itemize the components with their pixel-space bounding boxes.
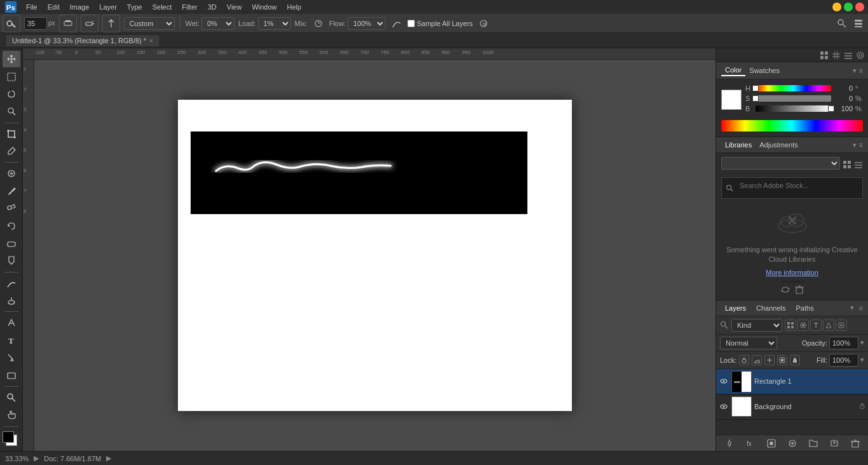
extra-settings-icon[interactable]: ⚙ bbox=[477, 17, 491, 30]
healing-brush-tool[interactable] bbox=[3, 165, 20, 182]
hue-slider-thumb[interactable] bbox=[752, 85, 759, 91]
brush-settings-icon[interactable] bbox=[59, 15, 77, 32]
path-select-tool[interactable] bbox=[3, 349, 20, 366]
filter-pixel-icon[interactable] bbox=[785, 320, 796, 331]
menu-3d[interactable]: 3D bbox=[203, 2, 221, 12]
brush-size-input[interactable]: 35 bbox=[24, 17, 47, 30]
filter-smartobject-icon[interactable] bbox=[836, 320, 847, 331]
sat-slider-thumb[interactable] bbox=[752, 95, 759, 102]
tab-close-button[interactable]: × bbox=[149, 37, 153, 44]
filter-adjust-icon[interactable] bbox=[797, 320, 809, 331]
libraries-dropdown[interactable] bbox=[721, 157, 840, 170]
panel-list-icon[interactable] bbox=[843, 50, 853, 60]
opacity-arrow[interactable]: ▾ bbox=[860, 339, 864, 347]
fill-arrow[interactable]: ▾ bbox=[860, 356, 864, 364]
lock-transparency-icon[interactable] bbox=[739, 355, 749, 365]
color-spectrum-bar[interactable] bbox=[721, 120, 863, 131]
sample-all-checkbox[interactable] bbox=[407, 20, 415, 27]
hand-tool[interactable] bbox=[3, 407, 20, 423]
clone-stamp-tool[interactable] bbox=[3, 200, 20, 217]
search-icon[interactable] bbox=[835, 17, 849, 30]
flow-cycle-icon[interactable] bbox=[311, 17, 325, 30]
fill-tool[interactable] bbox=[3, 252, 20, 269]
lib-grid-icon[interactable] bbox=[843, 160, 851, 170]
panel-settings-icon[interactable] bbox=[855, 50, 865, 60]
lock-all-icon[interactable] bbox=[790, 355, 800, 365]
eyedropper-tool[interactable] bbox=[3, 143, 20, 159]
lock-image-icon[interactable] bbox=[752, 355, 762, 365]
adjustments-tab[interactable]: Adjustments bbox=[756, 140, 802, 150]
panel-arrange-icon[interactable] bbox=[819, 50, 829, 60]
new-adjustment-button[interactable] bbox=[786, 437, 799, 450]
history-brush-tool[interactable] bbox=[3, 217, 20, 234]
hue-slider-track[interactable] bbox=[756, 85, 831, 91]
quick-select-tool[interactable] bbox=[3, 103, 20, 119]
menu-file[interactable]: File bbox=[22, 2, 42, 12]
color-swatch-area[interactable] bbox=[3, 431, 20, 448]
layer-item[interactable]: Rectangle 1 bbox=[716, 369, 868, 394]
zoom-menu-arrow[interactable]: ▶ bbox=[34, 454, 39, 462]
bri-slider-track[interactable] bbox=[756, 105, 831, 112]
move-tool[interactable] bbox=[3, 51, 20, 67]
new-group-button[interactable] bbox=[807, 437, 820, 450]
filter-text-icon[interactable]: T bbox=[810, 320, 822, 331]
layers-tab[interactable]: Layers bbox=[721, 303, 750, 313]
lock-artboard-icon[interactable] bbox=[777, 355, 787, 365]
minimize-button[interactable] bbox=[832, 3, 841, 11]
menu-layer[interactable]: Layer bbox=[95, 2, 121, 12]
zoom-tool[interactable] bbox=[3, 389, 20, 406]
blend-mode-select[interactable]: Normal bbox=[720, 337, 777, 349]
load-select[interactable]: 1% bbox=[258, 17, 291, 30]
libraries-search-input[interactable] bbox=[736, 180, 858, 191]
lib-more-info-link[interactable]: More information bbox=[766, 269, 818, 276]
crop-tool[interactable] bbox=[3, 126, 20, 142]
lib-delete-icon[interactable] bbox=[794, 285, 804, 296]
layers-panel-collapse[interactable]: ▾ bbox=[850, 304, 854, 312]
channels-tab[interactable]: Channels bbox=[752, 303, 789, 313]
document-tab[interactable]: Untitled-1 @ 33.3% (Rectangle 1, RGB/8) … bbox=[5, 34, 160, 46]
eraser-tool[interactable] bbox=[3, 235, 20, 252]
lib-list-icon[interactable] bbox=[854, 160, 863, 170]
shape-tool[interactable] bbox=[3, 367, 20, 383]
text-tool[interactable]: T bbox=[3, 332, 20, 349]
lasso-tool[interactable] bbox=[3, 86, 20, 102]
wet-select[interactable]: 0% bbox=[201, 17, 234, 30]
workspace-icon[interactable] bbox=[851, 17, 865, 30]
flow-select[interactable]: 100% bbox=[348, 17, 386, 30]
new-layer-button[interactable] bbox=[828, 437, 841, 450]
symmetry-icon[interactable] bbox=[102, 15, 120, 32]
menu-view[interactable]: View bbox=[222, 2, 247, 12]
airbrush-icon[interactable] bbox=[81, 15, 98, 32]
menu-filter[interactable]: Filter bbox=[177, 2, 201, 12]
link-layers-button[interactable] bbox=[723, 437, 736, 450]
layer-filter-select[interactable]: Kind bbox=[731, 319, 782, 332]
layer-visibility-toggle[interactable] bbox=[719, 376, 729, 386]
status-menu-arrow[interactable]: ▶ bbox=[106, 454, 111, 462]
smoothing-icon[interactable] bbox=[390, 17, 403, 30]
menu-window[interactable]: Window bbox=[247, 2, 281, 12]
color-tab[interactable]: Color bbox=[721, 65, 745, 76]
pen-tool[interactable] bbox=[3, 314, 20, 331]
opacity-input[interactable]: 100% bbox=[829, 337, 858, 349]
lib-panel-menu[interactable]: ≡ bbox=[859, 141, 863, 149]
brush-preset-select[interactable]: Custom bbox=[124, 17, 175, 30]
blur-tool[interactable] bbox=[3, 275, 20, 292]
delete-layer-button[interactable] bbox=[849, 437, 862, 450]
color-panel-collapse[interactable]: ▾ bbox=[853, 67, 857, 75]
menu-edit[interactable]: Edit bbox=[43, 2, 64, 12]
maximize-button[interactable] bbox=[844, 3, 853, 11]
brush-tool-icon[interactable] bbox=[3, 15, 20, 32]
lib-panel-collapse[interactable]: ▾ bbox=[853, 141, 857, 149]
close-button[interactable] bbox=[855, 3, 864, 11]
layer-item[interactable]: Background bbox=[716, 394, 868, 420]
menu-type[interactable]: Type bbox=[123, 2, 147, 12]
lib-sync-icon[interactable] bbox=[780, 285, 790, 296]
menu-help[interactable]: Help bbox=[283, 2, 306, 12]
sat-slider-track[interactable] bbox=[756, 95, 831, 102]
panel-grid-icon[interactable] bbox=[831, 50, 841, 60]
swatches-tab[interactable]: Swatches bbox=[745, 65, 783, 76]
paths-tab[interactable]: Paths bbox=[792, 303, 818, 313]
layer-visibility-toggle[interactable] bbox=[719, 401, 729, 412]
menu-image[interactable]: Image bbox=[65, 2, 94, 12]
fill-input[interactable]: 100% bbox=[829, 354, 858, 367]
